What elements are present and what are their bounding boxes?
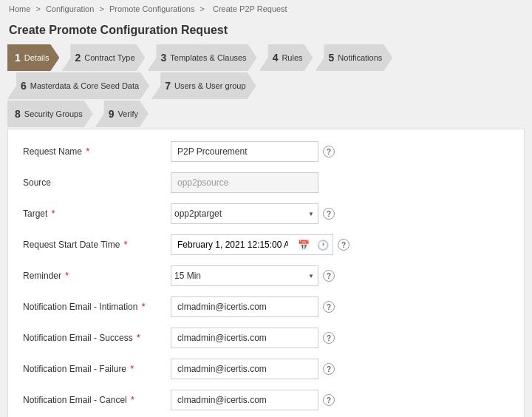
form-content: Request Name * ? Source Target * opp2pta… xyxy=(7,129,525,417)
input-email-failure[interactable] xyxy=(171,359,318,379)
step2-num: 2 xyxy=(75,52,81,64)
help-email-failure[interactable]: ? xyxy=(323,363,335,375)
help-start-datetime[interactable]: ? xyxy=(338,239,349,251)
step-8[interactable]: 8 Security Groups xyxy=(7,101,93,127)
step-4[interactable]: 4 Rules xyxy=(259,44,313,71)
breadcrumb-current: Create P2P Request xyxy=(213,4,287,13)
input-source xyxy=(171,172,318,193)
target-select-container: opp2ptarget xyxy=(171,203,318,224)
label-email-success: Notification Email - Success * xyxy=(23,333,171,343)
step4-label: Rules xyxy=(282,53,302,62)
label-reminder: Reminder * xyxy=(23,271,171,281)
input-start-datetime[interactable] xyxy=(171,235,294,254)
label-target: Target * xyxy=(23,208,171,219)
calendar-icon[interactable]: 📅 xyxy=(294,235,313,254)
field-request-name: Request Name * ? xyxy=(23,141,509,162)
input-email-intimation[interactable] xyxy=(171,296,318,317)
field-start-datetime: Request Start Date Time * 📅 🕐 ? xyxy=(23,234,509,255)
step5-num: 5 xyxy=(329,52,335,64)
label-email-failure: Notification Email - Failure * xyxy=(23,364,171,374)
wizard-steps-row1: 1 Details 2 Contract Type 3 Templates & … xyxy=(0,40,532,101)
help-email-success[interactable]: ? xyxy=(323,332,335,344)
input-request-name[interactable] xyxy=(171,141,318,162)
page-title: Create Promote Configuration Request xyxy=(0,18,532,40)
step4-num: 4 xyxy=(273,52,279,64)
step1-num: 1 xyxy=(15,52,21,64)
wizard-steps-row2: 8 Security Groups 9 Verify xyxy=(0,101,532,129)
breadcrumb: Home > Configuration > Promote Configura… xyxy=(0,0,532,18)
step3-num: 3 xyxy=(161,52,167,64)
select-target[interactable]: opp2ptarget xyxy=(171,203,318,224)
label-start-datetime: Request Start Date Time * xyxy=(23,240,171,250)
step7-label: Users & User group xyxy=(174,81,246,90)
step-6[interactable]: 6 Masterdata & Core Seed Data xyxy=(7,72,149,99)
step-9[interactable]: 9 Verify xyxy=(95,101,149,127)
help-email-intimation[interactable]: ? xyxy=(323,301,335,313)
datetime-input-container: 📅 🕐 xyxy=(171,234,333,255)
label-email-intimation: Notification Email - Intimation * xyxy=(23,302,171,312)
step2-label: Contract Type xyxy=(84,53,134,62)
step-2[interactable]: 2 Contract Type xyxy=(61,44,145,71)
step-1[interactable]: 1 Details xyxy=(7,44,59,71)
breadcrumb-promote[interactable]: Promote Configurations xyxy=(109,4,195,13)
step8-num: 8 xyxy=(15,108,21,120)
help-email-cancel[interactable]: ? xyxy=(323,394,335,406)
help-target[interactable]: ? xyxy=(323,208,335,220)
input-email-cancel[interactable] xyxy=(171,390,318,410)
clock-icon[interactable]: 🕐 xyxy=(313,235,332,254)
label-request-name: Request Name * xyxy=(23,146,171,157)
step8-label: Security Groups xyxy=(24,109,83,118)
help-request-name[interactable]: ? xyxy=(323,146,335,157)
step6-num: 6 xyxy=(21,80,27,92)
field-email-cancel: Notification Email - Cancel * ? xyxy=(23,390,509,410)
label-email-cancel: Notification Email - Cancel * xyxy=(23,395,171,405)
breadcrumb-configuration[interactable]: Configuration xyxy=(46,4,94,13)
step-5[interactable]: 5 Notifications xyxy=(316,44,393,71)
breadcrumb-home[interactable]: Home xyxy=(9,4,30,13)
help-reminder[interactable]: ? xyxy=(323,270,335,282)
field-email-success: Notification Email - Success * ? xyxy=(23,328,509,348)
step1-label: Details xyxy=(24,53,50,62)
field-source: Source xyxy=(23,172,509,193)
input-email-success[interactable] xyxy=(171,328,318,348)
step5-label: Notifications xyxy=(338,53,382,62)
step-7[interactable]: 7 Users & User group xyxy=(151,72,256,99)
label-source: Source xyxy=(23,177,171,188)
step3-label: Templates & Clauses xyxy=(170,53,246,62)
step-3[interactable]: 3 Templates & Clauses xyxy=(148,44,257,71)
reminder-select-container: 15 Min 30 Min 1 Hour xyxy=(171,265,318,286)
step6-label: Masterdata & Core Seed Data xyxy=(30,81,139,90)
step7-num: 7 xyxy=(165,80,171,92)
step9-num: 9 xyxy=(109,108,115,120)
select-reminder[interactable]: 15 Min 30 Min 1 Hour xyxy=(171,265,318,286)
field-reminder: Reminder * 15 Min 30 Min 1 Hour ? xyxy=(23,265,509,286)
field-email-intimation: Notification Email - Intimation * ? xyxy=(23,296,509,317)
field-email-failure: Notification Email - Failure * ? xyxy=(23,359,509,379)
field-target: Target * opp2ptarget ? xyxy=(23,203,509,224)
step9-label: Verify xyxy=(117,109,138,118)
